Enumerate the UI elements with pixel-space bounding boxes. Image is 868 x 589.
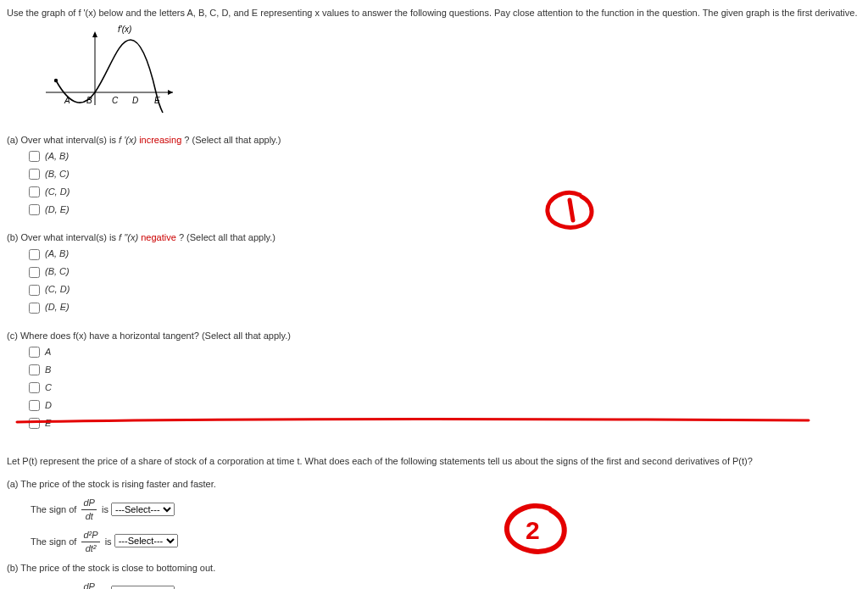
part-b-option-1: (B, C) — [25, 264, 861, 281]
part-a-cb-0[interactable] — [29, 151, 40, 162]
svg-point-4 — [54, 79, 58, 82]
den2: dt² — [81, 542, 99, 555]
part-b-lbl-0: (A, B) — [45, 247, 69, 260]
num2: d²P — [81, 529, 99, 542]
part-c-prompt: (c) Where does f(x) have a horizontal ta… — [7, 330, 861, 342]
q2-intro: Let P(t) represent the price of a share … — [7, 455, 861, 468]
xlabel-B: B — [86, 96, 92, 105]
num1: dP — [81, 497, 96, 510]
part-b-prompt: (b) Over what interval(s) is f ''(x) neg… — [7, 231, 861, 244]
part-a-option-1: (B, C) — [25, 166, 861, 182]
part-a-lbl-2: (C, D) — [45, 186, 70, 198]
is-1: is — [102, 504, 108, 514]
frac-dp-dt-1: dP dt — [81, 497, 96, 524]
xlabel-A: A — [64, 96, 70, 105]
part-c-lbl-1: B — [45, 364, 51, 376]
hand-annotation-1 — [539, 186, 602, 234]
part-c-option-3: D — [25, 397, 861, 414]
part-c-cb-3[interactable] — [29, 400, 40, 411]
part-a-lbl-0: (A, B) — [45, 150, 69, 163]
part-c-option-2: C — [25, 380, 861, 396]
part-a-key: increasing — [139, 135, 181, 145]
xlabel-E: E — [154, 96, 160, 105]
graph-title: f'(x) — [118, 25, 131, 34]
part-b-lbl-3: (D, E) — [45, 301, 70, 314]
graph-derivative: A B C D E f'(x) — [37, 25, 861, 121]
q2a-select-1[interactable]: ---Select--- — [111, 503, 175, 516]
part-a-cb-3[interactable] — [29, 204, 40, 215]
q2a-select-2[interactable]: ---Select--- — [114, 534, 178, 547]
part-b-option-2: (C, D) — [25, 282, 861, 298]
sign-pre-1: The sign of — [31, 504, 76, 514]
frac-d2p-dt2-1: d²P dt² — [81, 529, 99, 556]
q2b-line1: The sign of dP dt is ---Select--- — [31, 581, 861, 589]
part-a-func: f '(x) — [119, 135, 136, 145]
part-a-option-2: (C, D) — [25, 184, 861, 200]
part-b-lbl-2: (C, D) — [45, 283, 70, 296]
part-a-cb-2[interactable] — [29, 186, 40, 197]
part-c-cb-2[interactable] — [29, 382, 40, 393]
part-b-cb-1[interactable] — [29, 267, 40, 278]
xlabel-C: C — [112, 96, 119, 105]
part-b-key: negative — [141, 232, 176, 242]
den1: dt — [81, 510, 96, 523]
part-c-cb-1[interactable] — [29, 364, 40, 375]
part-b-cb-0[interactable] — [29, 249, 40, 260]
xlabel-D: D — [132, 96, 138, 105]
part-a-pre: (a) Over what interval(s) is — [7, 135, 119, 145]
q2b-label: (b) The price of the stock is close to b… — [7, 562, 861, 575]
part-c-option-1: B — [25, 362, 861, 378]
part-b-pre: (b) Over what interval(s) is — [7, 232, 119, 242]
hand-annotation-2: 2 — [500, 500, 576, 559]
q2b-select-1[interactable]: ---Select--- — [111, 586, 175, 589]
svg-text:2: 2 — [526, 516, 540, 544]
part-b-cb-3[interactable] — [29, 303, 40, 314]
frac-dp-dt-2: dP dt — [81, 581, 96, 589]
q2a-label: (a) The price of the stock is rising fas… — [7, 478, 861, 491]
part-c-option-0: A — [25, 344, 861, 360]
q2a-line2: The sign of d²P dt² is ---Select--- — [31, 529, 861, 556]
svg-marker-1 — [168, 90, 173, 95]
part-c-lbl-0: A — [45, 346, 51, 358]
part-c-lbl-2: C — [45, 381, 52, 394]
q2a-line1: The sign of dP dt is ---Select--- — [31, 497, 861, 524]
part-a-post: ? (Select all that apply.) — [184, 135, 281, 145]
part-a-option-3: (D, E) — [25, 202, 861, 218]
part-c-lbl-3: D — [45, 399, 52, 412]
is-2: is — [105, 536, 112, 546]
sign-pre-2: The sign of — [31, 536, 76, 546]
part-a-cb-1[interactable] — [29, 169, 40, 180]
part-c-cb-0[interactable] — [29, 347, 40, 358]
part-b-func: f ''(x) — [119, 232, 138, 242]
part-b-option-3: (D, E) — [25, 300, 861, 316]
part-a-option-0: (A, B) — [25, 148, 861, 164]
part-b-post: ? (Select all that apply.) — [179, 232, 275, 242]
part-b-cb-2[interactable] — [29, 285, 40, 296]
part-a-lbl-1: (B, C) — [45, 168, 70, 181]
svg-marker-3 — [92, 31, 97, 37]
part-a-prompt: (a) Over what interval(s) is f '(x) incr… — [7, 134, 861, 147]
part-b-option-0: (A, B) — [25, 247, 861, 263]
hand-annotation-underline — [15, 415, 812, 427]
num3: dP — [81, 581, 96, 589]
part-b-lbl-1: (B, C) — [45, 265, 70, 278]
part-a-lbl-3: (D, E) — [45, 203, 70, 216]
q1-intro: Use the graph of f '(x) below and the le… — [7, 7, 861, 19]
